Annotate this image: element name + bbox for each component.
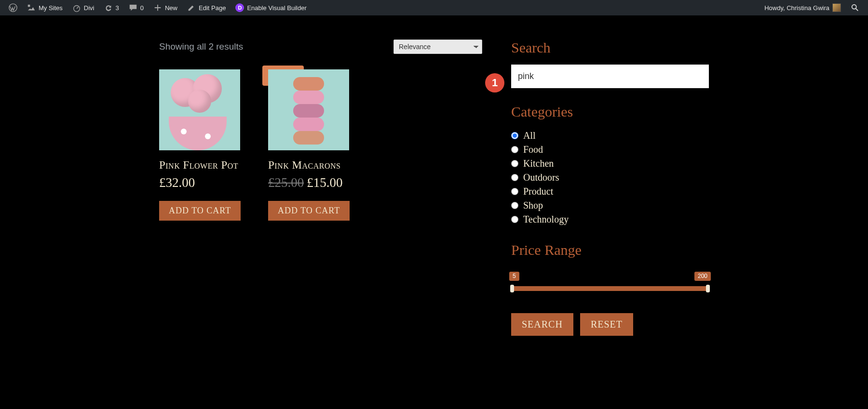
pencil-icon — [187, 3, 196, 12]
slider-thumb-max[interactable] — [706, 285, 710, 292]
add-to-cart-button[interactable]: ADD TO CART — [268, 201, 350, 221]
filter-sidebar: 1 Search Categories AllFoodKitchenOutdoo… — [511, 40, 709, 336]
category-radio[interactable] — [511, 160, 518, 167]
my-sites-label: My Sites — [39, 4, 63, 12]
search-widget: Search — [511, 40, 709, 88]
reset-button[interactable]: RESET — [580, 313, 633, 336]
refresh-icon — [104, 3, 113, 12]
svg-rect-1 — [28, 5, 30, 7]
category-option[interactable]: Kitchen — [511, 157, 709, 171]
category-label: Technology — [523, 214, 569, 225]
search-input[interactable] — [511, 65, 709, 88]
category-radio[interactable] — [511, 202, 518, 209]
category-radio[interactable] — [511, 146, 518, 153]
product-image[interactable] — [268, 69, 349, 150]
updates-count: 3 — [116, 4, 119, 12]
price-slider[interactable] — [511, 286, 709, 291]
sites-icon — [27, 3, 36, 12]
category-option[interactable]: Product — [511, 185, 709, 198]
slider-thumb-min[interactable] — [510, 285, 514, 292]
gauge-icon — [72, 3, 81, 12]
result-count: Showing all 2 results — [159, 41, 243, 52]
howdy-user[interactable]: Howdy, Christina Gwira — [760, 0, 846, 15]
range-min-label: 5 — [509, 272, 519, 281]
category-option[interactable]: Outdoors — [511, 171, 709, 185]
svg-point-3 — [852, 5, 856, 9]
category-radio[interactable] — [511, 132, 518, 139]
price-range-widget: Price Range 5 200 — [511, 242, 709, 291]
updates-link[interactable]: 3 — [99, 0, 124, 15]
wp-logo[interactable] — [4, 0, 22, 15]
category-label: Food — [523, 144, 543, 155]
search-title: Search — [511, 40, 709, 56]
search-button[interactable]: SEARCH — [511, 313, 573, 336]
category-label: Kitchen — [523, 158, 554, 169]
step-annotation: 1 — [485, 73, 504, 92]
sort-dropdown[interactable]: Relevance — [393, 40, 482, 54]
categories-title: Categories — [511, 104, 709, 120]
site-name-link[interactable]: Divi — [68, 0, 99, 15]
category-label: Shop — [523, 200, 543, 211]
product-image[interactable] — [159, 69, 240, 150]
category-label: All — [523, 130, 536, 141]
comment-icon — [129, 3, 137, 12]
range-max-label: 200 — [694, 272, 711, 281]
search-icon — [851, 3, 859, 12]
visual-builder-link[interactable]: D Enable Visual Builder — [231, 0, 311, 15]
categories-widget: Categories AllFoodKitchenOutdoorsProduct… — [511, 104, 709, 226]
product-price: £25.00£15.00 — [268, 175, 358, 190]
new-content-link[interactable]: New — [149, 0, 182, 15]
category-option[interactable]: All — [511, 129, 709, 143]
category-option[interactable]: Food — [511, 143, 709, 157]
wordpress-icon — [9, 3, 17, 12]
divi-icon: D — [235, 3, 244, 12]
comments-count: 0 — [140, 4, 144, 12]
category-radio[interactable] — [511, 188, 518, 195]
new-label: New — [165, 4, 177, 12]
category-label: Outdoors — [523, 172, 559, 183]
product-title: Pink Macarons — [268, 159, 358, 172]
wp-admin-bar: My Sites Divi 3 0 New Edit Page D Enable… — [0, 0, 868, 15]
plus-icon — [153, 3, 162, 12]
visual-builder-label: Enable Visual Builder — [247, 4, 306, 12]
product-results: Showing all 2 results Relevance Pink Flo… — [159, 40, 482, 336]
site-name-label: Divi — [84, 4, 95, 12]
category-option[interactable]: Technology — [511, 212, 709, 226]
product-title: Pink Flower Pot — [159, 159, 249, 172]
price-range-title: Price Range — [511, 242, 709, 258]
edit-page-label: Edit Page — [199, 4, 226, 12]
edit-page-link[interactable]: Edit Page — [182, 0, 231, 15]
add-to-cart-button[interactable]: ADD TO CART — [159, 201, 241, 221]
category-radio[interactable] — [511, 216, 518, 223]
my-sites-link[interactable]: My Sites — [22, 0, 68, 15]
product-price: £32.00 — [159, 175, 249, 190]
category-label: Product — [523, 186, 553, 197]
product-card[interactable]: Sale!Pink Macarons£25.00£15.00ADD TO CAR… — [268, 69, 358, 221]
comments-link[interactable]: 0 — [124, 0, 149, 15]
howdy-label: Howdy, Christina Gwira — [764, 4, 829, 12]
user-avatar — [832, 3, 841, 12]
admin-search-button[interactable] — [846, 0, 864, 15]
category-radio[interactable] — [511, 174, 518, 181]
product-card[interactable]: Pink Flower Pot£32.00ADD TO CART — [159, 69, 249, 221]
category-option[interactable]: Shop — [511, 198, 709, 212]
